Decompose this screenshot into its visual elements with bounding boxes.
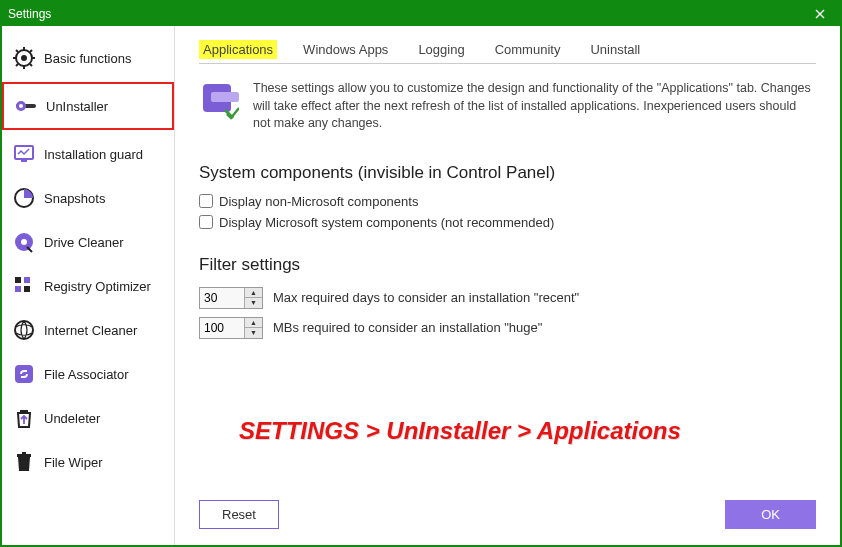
svg-rect-28 — [211, 92, 239, 102]
svg-line-6 — [16, 50, 18, 52]
svg-point-22 — [15, 321, 33, 339]
checkbox-non-microsoft[interactable] — [199, 194, 213, 208]
sidebar-item-undeleter[interactable]: Undeleter — [2, 396, 174, 440]
mbs-spinner[interactable]: ▲ ▼ — [199, 317, 263, 339]
sidebar-item-uninstaller[interactable]: UnInstaller — [2, 82, 174, 130]
mbs-input[interactable] — [200, 318, 244, 338]
svg-point-1 — [21, 55, 27, 61]
tab-applications[interactable]: Applications — [199, 40, 277, 59]
window-title: Settings — [8, 7, 51, 21]
sidebar-item-basic-functions[interactable]: Basic functions — [2, 36, 174, 80]
tab-windows-apps[interactable]: Windows Apps — [299, 40, 392, 59]
tab-label: Uninstall — [590, 42, 640, 57]
tab-info-icon — [199, 80, 239, 120]
days-spinner[interactable]: ▲ ▼ — [199, 287, 263, 309]
svg-line-9 — [30, 50, 32, 52]
tab-logging[interactable]: Logging — [414, 40, 468, 59]
tab-label: Windows Apps — [303, 42, 388, 57]
button-label: OK — [761, 507, 780, 522]
spinner-down-icon[interactable]: ▼ — [245, 328, 262, 338]
annotation-text: SETTINGS > UnInstaller > Applications — [239, 417, 681, 445]
sidebar-item-label: Undeleter — [44, 411, 100, 426]
sidebar-item-installation-guard[interactable]: Installation guard — [2, 132, 174, 176]
sidebar-item-label: File Associator — [44, 367, 129, 382]
svg-rect-23 — [15, 365, 33, 383]
button-label: Reset — [222, 507, 256, 522]
svg-line-7 — [30, 64, 32, 66]
sidebar-item-label: Snapshots — [44, 191, 105, 206]
tab-label: Community — [495, 42, 561, 57]
sidebar-item-label: Internet Cleaner — [44, 323, 137, 338]
svg-rect-13 — [15, 146, 33, 159]
tab-label: Applications — [203, 42, 273, 57]
circle-icon — [12, 186, 36, 210]
svg-point-12 — [19, 104, 23, 108]
sidebar-item-file-associator[interactable]: File Associator — [2, 352, 174, 396]
blocks-icon — [12, 274, 36, 298]
sidebar-item-registry-optimizer[interactable]: Registry Optimizer — [2, 264, 174, 308]
svg-rect-14 — [21, 160, 27, 162]
check-label: Display Microsoft system components (not… — [219, 215, 554, 230]
sidebar-item-drive-cleaner[interactable]: Drive Cleaner — [2, 220, 174, 264]
svg-rect-18 — [15, 277, 21, 283]
tab-community[interactable]: Community — [491, 40, 565, 59]
sidebar: Basic functions UnInstaller Installation… — [2, 26, 175, 545]
sidebar-item-file-wiper[interactable]: File Wiper — [2, 440, 174, 484]
spinner-up-icon[interactable]: ▲ — [245, 288, 262, 299]
sidebar-item-label: Basic functions — [44, 51, 131, 66]
sidebar-item-snapshots[interactable]: Snapshots — [2, 176, 174, 220]
sidebar-item-label: Registry Optimizer — [44, 279, 151, 294]
svg-rect-20 — [15, 286, 21, 292]
sidebar-item-label: Drive Cleaner — [44, 235, 123, 250]
reset-button[interactable]: Reset — [199, 500, 279, 529]
gear-icon — [12, 46, 36, 70]
ok-button[interactable]: OK — [725, 500, 816, 529]
filter-heading: Filter settings — [199, 255, 816, 275]
spinner-up-icon[interactable]: ▲ — [245, 318, 262, 329]
svg-rect-21 — [24, 286, 30, 292]
check-label: Display non-Microsoft components — [219, 194, 418, 209]
info-text: These settings allow you to customize th… — [253, 80, 816, 133]
uninstaller-icon — [14, 94, 38, 118]
svg-rect-25 — [17, 454, 31, 457]
svg-rect-19 — [24, 277, 30, 283]
days-input[interactable] — [200, 288, 244, 308]
undelete-icon — [12, 406, 36, 430]
mbs-label: MBs required to consider an installation… — [273, 320, 542, 335]
trash-icon — [12, 450, 36, 474]
disk-icon — [12, 230, 36, 254]
checkbox-microsoft-system[interactable] — [199, 215, 213, 229]
svg-rect-24 — [20, 410, 28, 413]
system-components-heading: System components (invisible in Control … — [199, 163, 816, 183]
tab-label: Logging — [418, 42, 464, 57]
svg-point-17 — [21, 239, 27, 245]
sidebar-item-label: Installation guard — [44, 147, 143, 162]
sidebar-item-label: File Wiper — [44, 455, 103, 470]
globe-icon — [12, 318, 36, 342]
check-non-microsoft[interactable]: Display non-Microsoft components — [199, 194, 816, 209]
monitor-icon — [12, 142, 36, 166]
svg-rect-26 — [22, 452, 26, 454]
sidebar-item-internet-cleaner[interactable]: Internet Cleaner — [2, 308, 174, 352]
link-icon — [12, 362, 36, 386]
main-panel: Applications Windows Apps Logging Commun… — [175, 26, 840, 545]
tabs: Applications Windows Apps Logging Commun… — [199, 40, 816, 64]
check-microsoft-system[interactable]: Display Microsoft system components (not… — [199, 215, 816, 230]
days-label: Max required days to consider an install… — [273, 290, 579, 305]
sidebar-item-label: UnInstaller — [46, 99, 108, 114]
tab-uninstall[interactable]: Uninstall — [586, 40, 644, 59]
spinner-down-icon[interactable]: ▼ — [245, 298, 262, 308]
close-icon — [815, 9, 825, 19]
close-button[interactable] — [806, 2, 834, 26]
svg-line-8 — [16, 64, 18, 66]
